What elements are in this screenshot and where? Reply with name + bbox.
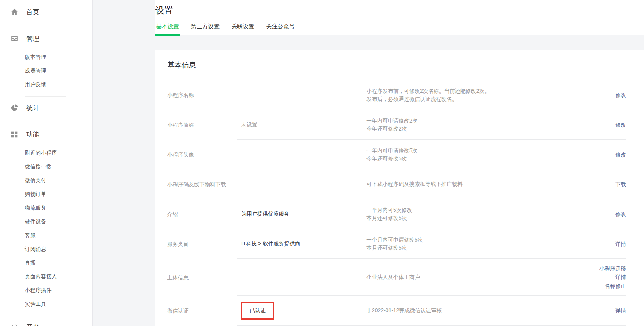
- sidebar-item-label: 开发: [26, 323, 39, 326]
- row-description: 一年内可申请修改5次今年还可修改5次: [366, 147, 615, 163]
- page-header: 设置 基本设置第三方设置关联设置关注公众号: [155, 0, 644, 35]
- sidebar-subitem[interactable]: 微信支付: [0, 174, 92, 187]
- description-line: 企业法人及个体工商户: [366, 273, 599, 281]
- main-area: 设置 基本设置第三方设置关联设置关注公众号 基本信息 小程序名称 小程序发布前，…: [93, 0, 644, 326]
- row-action-link[interactable]: 修改: [615, 121, 626, 129]
- row-actions: 详情: [615, 307, 626, 315]
- row-actions: 小程序迁移详情名称修正: [599, 265, 626, 290]
- row-actions: 修改: [615, 121, 626, 129]
- row-description: 一个月内可申请修改5次本月还可修改5次: [366, 236, 615, 252]
- sidebar: 首页 管理 版本管理成员管理用户反馈 统计 功能 附近的小程序微信搜一搜微信支付…: [0, 0, 93, 326]
- sidebar-subitem[interactable]: 页面内容接入: [0, 270, 92, 284]
- sidebar-item-0[interactable]: 首页: [0, 7, 92, 17]
- sidebar-divider: [25, 96, 66, 97]
- sidebar-item-label: 功能: [26, 130, 39, 139]
- row-action-link[interactable]: 修改: [615, 151, 626, 158]
- sidebar-item-label: 管理: [26, 34, 39, 43]
- row-value: 已认证: [237, 302, 366, 320]
- tab-0-active[interactable]: 基本设置: [155, 23, 180, 36]
- sidebar-subitem[interactable]: 硬件设备: [0, 215, 92, 229]
- tab-3[interactable]: 关注公众号: [265, 23, 295, 35]
- table-row: 介绍 为用户提供优质服务 一个月内可5次修改本月还可修改5次 修改: [167, 199, 626, 229]
- row-description: 一年内可申请修改2次今年还可修改2次: [366, 117, 615, 133]
- table-row: 小程序简称 未设置 一年内可申请修改2次今年还可修改2次 修改: [167, 110, 626, 140]
- description-line: 可下载小程序码及搜索框等线下推广物料: [366, 180, 615, 188]
- sidebar-subitem[interactable]: 物流服务: [0, 201, 92, 215]
- row-label: 小程序头像: [167, 140, 237, 169]
- description-line: 一个月内可申请修改5次: [366, 236, 615, 244]
- sidebar-subitem[interactable]: 订阅消息: [0, 242, 92, 256]
- description-line: 本月还可修改5次: [366, 214, 615, 222]
- row-description: 一个月内可5次修改本月还可修改5次: [366, 206, 615, 222]
- sidebar-divider: [25, 27, 66, 27]
- basic-info-card: 基本信息 小程序名称 小程序发布前，可修改2次名称。当前还能修改2次。发布后，必…: [155, 50, 644, 326]
- description-line: 一年内可申请修改5次: [366, 147, 615, 155]
- sidebar-subitem[interactable]: 小程序插件: [0, 284, 92, 297]
- row-action-link[interactable]: 修改: [615, 210, 626, 218]
- app-window: 首页 管理 版本管理成员管理用户反馈 统计 功能 附近的小程序微信搜一搜微信支付…: [0, 0, 644, 326]
- row-action-link[interactable]: 详情: [615, 273, 626, 281]
- pie-chart-icon: [10, 103, 19, 112]
- row-value: IT科技 > 软件服务提供商: [237, 240, 366, 247]
- table-row: 主体信息 企业法人及个体工商户 小程序迁移详情名称修正: [167, 259, 626, 296]
- row-description: 企业法人及个体工商户: [366, 273, 599, 281]
- page-title: 设置: [155, 3, 644, 16]
- row-label: 主体信息: [167, 259, 237, 296]
- row-description: 于2022-01-12完成微信认证审核: [366, 307, 615, 315]
- sidebar-item-label: 统计: [26, 103, 39, 112]
- sidebar-subitems: 附近的小程序微信搜一搜微信支付购物订单物流服务硬件设备客服订阅消息直播页面内容接…: [0, 139, 92, 316]
- sidebar-item-2[interactable]: 统计: [0, 103, 92, 113]
- row-label: 小程序码及线下物料下载: [167, 169, 237, 199]
- sidebar-item-label: 首页: [26, 8, 39, 16]
- sidebar-subitems: 版本管理成员管理用户反馈: [0, 44, 92, 96]
- row-action-link[interactable]: 修改: [615, 91, 626, 99]
- row-action-link[interactable]: 下载: [615, 181, 626, 188]
- sidebar-subitem[interactable]: 直播: [0, 256, 92, 270]
- sidebar-subitem[interactable]: 购物订单: [0, 187, 92, 201]
- row-description: 小程序发布前，可修改2次名称。当前还能修改2次。发布后，必须通过微信认证流程改名…: [366, 87, 615, 103]
- row-label: 小程序简称: [167, 110, 237, 140]
- description-line: 本月还可修改5次: [366, 244, 615, 252]
- sidebar-subitem[interactable]: 附近的小程序: [0, 146, 92, 160]
- sidebar-subitem[interactable]: 微信搜一搜: [0, 160, 92, 174]
- row-label: 小程序名称: [167, 80, 237, 110]
- description-line: 今年还可修改5次: [366, 155, 615, 163]
- description-line: 今年还可修改2次: [366, 125, 615, 133]
- row-actions: 修改: [615, 151, 626, 158]
- row-actions: 修改: [615, 91, 626, 99]
- sidebar-item-4[interactable]: 开发: [0, 322, 92, 326]
- sidebar-divider: [25, 123, 66, 123]
- table-row: 微信认证 已认证 于2022-01-12完成微信认证审核 详情: [167, 296, 626, 326]
- sidebar-subitem[interactable]: 客服: [0, 229, 92, 242]
- row-label: 服务类目: [167, 229, 237, 259]
- tab-bar: 基本设置第三方设置关联设置关注公众号: [155, 23, 644, 35]
- settings-rows: 小程序名称 小程序发布前，可修改2次名称。当前还能修改2次。发布后，必须通过微信…: [167, 80, 626, 326]
- description-line: 小程序发布前，可修改2次名称。当前还能修改2次。: [366, 87, 615, 95]
- grid-icon: [10, 130, 19, 139]
- row-action-link[interactable]: 详情: [615, 307, 626, 315]
- sidebar-item-3[interactable]: 功能: [0, 129, 92, 139]
- row-label: 介绍: [167, 199, 237, 229]
- sidebar-subitem[interactable]: 成员管理: [0, 64, 92, 78]
- inbox-icon: [10, 34, 19, 43]
- tab-1[interactable]: 第三方设置: [190, 23, 220, 35]
- sidebar-item-1[interactable]: 管理: [0, 34, 92, 44]
- row-description: 可下载小程序码及搜索框等线下推广物料: [366, 180, 615, 188]
- sidebar-subitem[interactable]: 实验工具: [0, 297, 92, 311]
- row-action-link[interactable]: 小程序迁移: [599, 265, 626, 272]
- home-icon: [10, 8, 19, 16]
- table-row: 小程序头像 一年内可申请修改5次今年还可修改5次 修改: [167, 140, 626, 169]
- content-column: 设置 基本设置第三方设置关联设置关注公众号 基本信息 小程序名称 小程序发布前，…: [155, 0, 644, 326]
- row-actions: 下载: [615, 181, 626, 188]
- tab-2[interactable]: 关联设置: [231, 23, 255, 35]
- row-action-link[interactable]: 详情: [615, 240, 626, 248]
- description-line: 一年内可申请修改2次: [366, 117, 615, 125]
- row-value: 为用户提供优质服务: [237, 211, 366, 218]
- row-action-link[interactable]: 名称修正: [605, 282, 626, 290]
- sidebar-subitem[interactable]: 版本管理: [0, 50, 92, 64]
- table-row: 服务类目 IT科技 > 软件服务提供商 一个月内可申请修改5次本月还可修改5次 …: [167, 229, 626, 259]
- row-value: 未设置: [237, 121, 366, 128]
- description-line: 一个月内可5次修改: [366, 206, 615, 214]
- sidebar-subitem[interactable]: 用户反馈: [0, 78, 92, 92]
- table-row: 小程序名称 小程序发布前，可修改2次名称。当前还能修改2次。发布后，必须通过微信…: [167, 80, 626, 110]
